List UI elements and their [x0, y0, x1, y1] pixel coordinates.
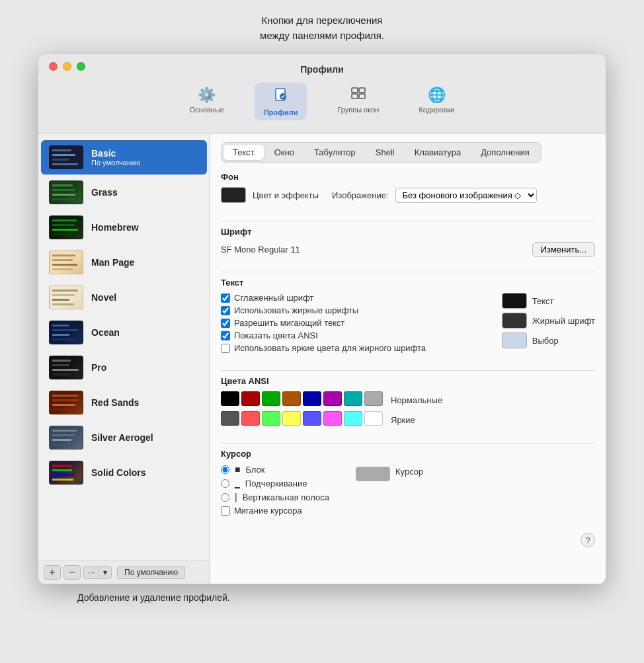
- profile-name-pro: Pro: [91, 362, 199, 373]
- toolbar: ⚙️ Основные Профили: [181, 77, 464, 128]
- actions-button[interactable]: ···: [84, 566, 99, 578]
- titlebar: Профили ⚙️ Основные Профили: [38, 54, 606, 134]
- text-color-выбор-button[interactable]: [502, 332, 527, 348]
- profile-thumbnail-pro: [49, 356, 83, 379]
- text-checkbox-smooth-label: Сглаженный шрифт: [234, 293, 313, 303]
- text-color-выбор-row: Выбор: [502, 332, 595, 348]
- ansi-normal-color-5[interactable]: [323, 391, 342, 406]
- font-change-button[interactable]: Изменить...: [532, 242, 595, 257]
- main-window: Профили ⚙️ Основные Профили: [38, 54, 606, 584]
- profile-thumbnail-ocean: [49, 321, 83, 344]
- text-checkbox-blink-row: Разрешить мигающий текст: [221, 318, 489, 328]
- cursor-color-group: Курсор: [356, 464, 423, 518]
- background-row: Цвет и эффекты Изображение: Без фонового…: [221, 187, 595, 203]
- text-checkbox-blink[interactable]: [221, 319, 230, 328]
- text-checkbox-brightbold[interactable]: [221, 344, 230, 353]
- tab-extras[interactable]: Дополнения: [471, 145, 539, 160]
- text-checkbox-ansicolor[interactable]: [221, 331, 230, 340]
- ansi-bright-color-2[interactable]: [262, 411, 280, 426]
- ansi-normal-label: Нормальные: [391, 395, 442, 405]
- profile-thumbnail-solidcolors: [49, 461, 83, 485]
- set-default-button[interactable]: По умолчанию: [117, 566, 185, 579]
- ansi-bright-color-5[interactable]: [323, 411, 342, 426]
- profile-name-manpage: Man Page: [91, 257, 199, 268]
- cursor-vbar-icon: |: [235, 492, 237, 502]
- tab-text[interactable]: Текст: [223, 145, 264, 160]
- tab-tabulator[interactable]: Табулятор: [305, 145, 365, 160]
- profile-item-redsands[interactable]: Red Sands: [41, 385, 207, 420]
- gear-icon: ⚙️: [198, 87, 216, 104]
- top-annotation: Кнопки для переключениямежду панелями пр…: [260, 13, 384, 43]
- ansi-bright-color-6[interactable]: [344, 411, 362, 426]
- profile-item-basic[interactable]: BasicПо умолчанию: [41, 140, 207, 175]
- text-checkbox-ansicolor-label: Показать цвета ANSI: [234, 331, 318, 340]
- cursor-vbar-radio[interactable]: [221, 493, 229, 502]
- window-title: Профили: [49, 64, 595, 75]
- ansi-bright-color-3[interactable]: [282, 411, 301, 426]
- text-checkboxes: Сглаженный шрифтИспользовать жирные шриф…: [221, 293, 489, 356]
- tab-window[interactable]: Окно: [265, 145, 303, 160]
- divider-3: [221, 370, 595, 371]
- ansi-normal-row: Нормальные: [221, 391, 595, 409]
- toolbar-item-groups[interactable]: Группы окон: [328, 83, 388, 120]
- profile-item-manpage[interactable]: Man Page: [41, 245, 207, 280]
- tab-shell[interactable]: Shell: [366, 145, 404, 160]
- ansi-bright-color-4[interactable]: [303, 411, 321, 426]
- profile-item-ocean[interactable]: Ocean: [41, 315, 207, 350]
- profile-thumbnail-silveraerogel: [49, 426, 83, 449]
- profile-item-novel[interactable]: Novel: [41, 280, 207, 315]
- text-checkbox-smooth[interactable]: [221, 293, 230, 303]
- cursor-blink-checkbox[interactable]: [221, 506, 230, 516]
- groups-icon: [350, 87, 366, 104]
- text-color-жирный-шрифт-row: Жирный шрифт: [502, 313, 595, 329]
- text-color-жирный шрифт-button[interactable]: [502, 313, 527, 329]
- profile-item-solidcolors[interactable]: Solid Colors: [41, 455, 207, 490]
- actions-chevron[interactable]: ▾: [99, 566, 111, 578]
- cursor-underline-icon: _: [235, 478, 240, 488]
- profile-item-pro[interactable]: Pro: [41, 350, 207, 385]
- add-profile-button[interactable]: +: [44, 565, 61, 580]
- help-row: ?: [221, 533, 595, 547]
- ansi-bright-color-0[interactable]: [221, 411, 239, 426]
- text-color-текст-row: Текст: [502, 293, 595, 309]
- background-color-button[interactable]: [221, 187, 246, 203]
- cursor-title: Курсор: [221, 449, 595, 459]
- help-button[interactable]: ?: [581, 533, 595, 547]
- ansi-normal-color-7[interactable]: [364, 391, 383, 406]
- remove-profile-button[interactable]: −: [63, 565, 81, 580]
- actions-split: ··· ▾: [83, 566, 112, 579]
- text-checkbox-bold[interactable]: [221, 306, 230, 315]
- bottom-annotation: Добавление и удаление профилей.: [38, 592, 606, 603]
- cursor-block-radio[interactable]: [221, 465, 229, 474]
- ansi-normal-grid: [221, 391, 383, 406]
- tab-keyboard[interactable]: Клавиатура: [405, 145, 470, 160]
- ansi-normal-color-4[interactable]: [303, 391, 321, 406]
- ansi-bright-grid: [221, 411, 383, 426]
- ansi-bright-label: Яркие: [391, 415, 415, 425]
- toolbar-item-profiles[interactable]: Профили: [255, 83, 307, 120]
- background-color-label: Цвет и эффекты: [253, 190, 319, 200]
- toolbar-item-encodings[interactable]: 🌐 Кодировки: [409, 83, 463, 120]
- profile-name-basic: Basic: [91, 148, 199, 159]
- text-checkbox-bold-row: Использовать жирные шрифты: [221, 305, 489, 315]
- ansi-normal-color-6[interactable]: [344, 391, 362, 406]
- profile-item-grass[interactable]: Grass: [41, 175, 207, 210]
- cursor-color-button[interactable]: [356, 467, 390, 481]
- ansi-bright-color-1[interactable]: [241, 411, 260, 426]
- font-title: Шрифт: [221, 227, 595, 237]
- toolbar-item-basic[interactable]: ⚙️ Основные: [181, 83, 233, 120]
- profile-item-homebrew[interactable]: Homebrew: [41, 210, 207, 245]
- ansi-normal-color-3[interactable]: [282, 391, 301, 406]
- text-color-текст-button[interactable]: [502, 293, 527, 309]
- cursor-underline-label: Подчеркивание: [245, 479, 307, 488]
- cursor-underline-radio[interactable]: [221, 479, 229, 488]
- profile-thumbnail-novel: [49, 286, 83, 309]
- ansi-bright-color-7[interactable]: [364, 411, 383, 426]
- profile-item-silveraerogel[interactable]: Silver Aerogel: [41, 420, 207, 455]
- text-color-выбор-label: Выбор: [532, 336, 559, 346]
- background-image-select[interactable]: Без фонового изображения ◇: [395, 188, 537, 203]
- profiles-icon: [273, 87, 289, 106]
- ansi-normal-color-0[interactable]: [221, 391, 239, 406]
- ansi-normal-color-1[interactable]: [241, 391, 260, 406]
- ansi-normal-color-2[interactable]: [262, 391, 280, 406]
